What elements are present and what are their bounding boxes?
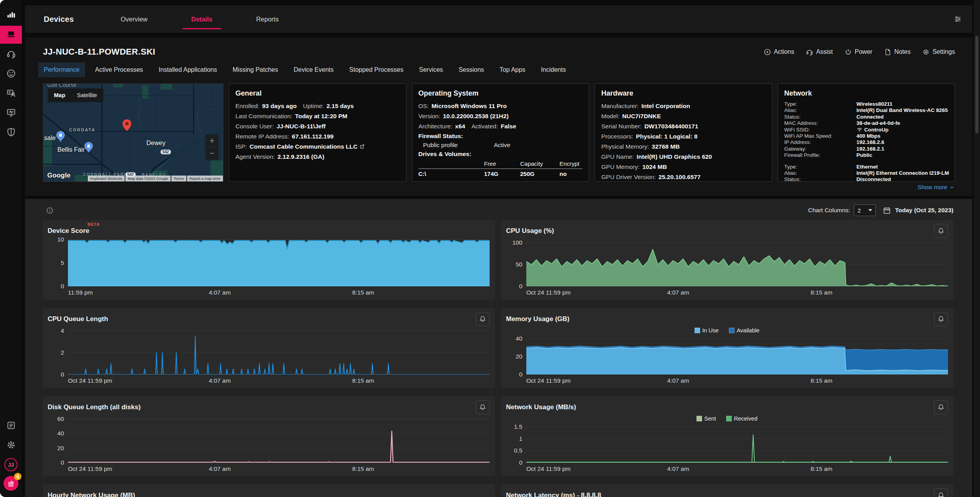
chart-title: CPU Usage (%): [506, 227, 554, 234]
alert-bell-button[interactable]: [934, 400, 948, 414]
x-axis: 11:59 pm4:07 am8:15 am: [68, 286, 490, 297]
field-label: Console User:: [235, 123, 274, 130]
device-location-map[interactable]: Map Satellite Golf CourseCORDATAsaleBell…: [43, 83, 223, 182]
subtab-installed-applications[interactable]: Installed Applications: [153, 62, 222, 77]
y-tick-label: 10: [57, 236, 64, 243]
subtab-stopped-processes[interactable]: Stopped Processes: [344, 62, 409, 77]
y-tick-label: 0: [61, 459, 64, 466]
field-label: Alias:: [784, 107, 857, 114]
subtab-device-events[interactable]: Device Events: [288, 62, 339, 77]
y-tick-label: 0.5: [514, 447, 522, 454]
field-value: ControUp: [857, 127, 889, 133]
notes-button[interactable]: Notes: [884, 48, 911, 56]
chart-head: BETADevice Score: [48, 224, 490, 235]
customize-icon[interactable]: [953, 15, 962, 23]
nav-tab-overview[interactable]: Overview: [112, 5, 156, 33]
wifi-icon: [857, 127, 862, 133]
actions-button[interactable]: Actions: [764, 48, 794, 56]
assist-button[interactable]: Assist: [806, 48, 833, 56]
drives-cell: 250G: [520, 169, 559, 178]
alert-bell-button[interactable]: [934, 224, 948, 238]
zoom-in-button[interactable]: +: [206, 135, 218, 147]
settings-label: Settings: [932, 48, 955, 55]
sidebar-item-remote-support[interactable]: [0, 46, 22, 63]
sidebar-item-settings[interactable]: [0, 437, 22, 454]
map-attribution-link[interactable]: Terms: [171, 176, 186, 181]
chart-card-memory-usage-gb: Memory Usage (GB)In UseAvailable40200Oct…: [501, 308, 953, 388]
chart-columns-select[interactable]: 2: [854, 204, 876, 216]
sidebar-item-security[interactable]: [0, 124, 22, 141]
shopping-pin-icon[interactable]: [83, 142, 94, 155]
drives-cell: C:\: [419, 169, 484, 178]
sidebar-item-devices[interactable]: [0, 26, 22, 44]
map-attribution-link[interactable]: Keyboard shortcuts: [88, 176, 125, 181]
field-value: NUC7i7DNKE: [622, 113, 661, 119]
external-link-icon[interactable]: [358, 143, 365, 150]
map-attribution-link[interactable]: Report a map error: [187, 176, 223, 181]
user-avatar[interactable]: JJ: [4, 458, 18, 471]
show-more-link[interactable]: Show more: [918, 184, 954, 190]
device-location-pin-icon[interactable]: [120, 118, 134, 134]
map-zoom-controls: + −: [206, 135, 218, 160]
subtab-sessions[interactable]: Sessions: [453, 62, 490, 77]
gear-icon: [6, 440, 16, 451]
monitor-pulse-icon: [6, 108, 16, 119]
alert-bell-button[interactable]: [476, 312, 490, 326]
field-value: Intel(R) Dual Band Wireless-AC 8265: [857, 107, 948, 114]
legend-swatch: [695, 328, 700, 333]
beta-tag: BETA: [87, 222, 100, 227]
alert-bell-button[interactable]: [476, 400, 490, 414]
sidebar-item-monitoring[interactable]: [0, 105, 22, 122]
scrollbar-thumb[interactable]: [975, 36, 978, 133]
subtab-top-apps[interactable]: Top Apps: [494, 62, 531, 77]
plot: [68, 236, 490, 286]
field-label: Enrolled:: [235, 103, 259, 109]
sidebar-item-activity-log[interactable]: [0, 417, 22, 435]
chart-head: Network Usage (MB/s): [506, 400, 948, 414]
shopping-pin-icon[interactable]: [55, 131, 66, 144]
power-button[interactable]: Power: [845, 48, 872, 56]
subtab-active-processes[interactable]: Active Processes: [90, 62, 149, 77]
subtab-incidents[interactable]: Incidents: [535, 62, 571, 77]
subtab-services[interactable]: Services: [413, 62, 448, 77]
map-attribution-link[interactable]: Map data ©2023 Google: [125, 176, 171, 181]
sidebar-item-ticketing[interactable]: [0, 85, 22, 102]
field-label: Agent Version:: [235, 153, 275, 160]
x-tick-label: Oct 24 11:59 pm: [68, 465, 112, 472]
nav-tab-details[interactable]: Details: [183, 5, 221, 33]
subtab-performance[interactable]: Performance: [38, 62, 85, 77]
network-row: Type:Wireless80211: [784, 101, 949, 107]
chart-columns-value: 2: [857, 207, 861, 214]
field-value: Ethernet: [857, 164, 878, 170]
network-row: Alias:Intel(R) Ethernet Connection I219-…: [784, 170, 949, 176]
calendar-icon[interactable]: [883, 206, 891, 215]
alert-bell-button[interactable]: [934, 312, 948, 326]
date-range-label[interactable]: Today (Oct 25, 2023): [895, 207, 953, 214]
brand-logo[interactable]: 8: [4, 476, 18, 491]
field-label: Model:: [601, 113, 620, 119]
satellite-button[interactable]: Satellite: [71, 89, 103, 102]
field-label: IP Address:: [784, 139, 857, 146]
chart-title: Memory Usage (GB): [506, 315, 569, 323]
headset-icon: [806, 48, 813, 56]
field-label: MAC Address:: [784, 120, 857, 126]
field-value: JJ-NUC-B-11\Jeff: [276, 123, 326, 130]
sidebar-item-dashboard[interactable]: [0, 6, 22, 23]
zoom-out-button[interactable]: −: [206, 147, 218, 160]
map-button[interactable]: Map: [48, 89, 71, 102]
network-row: Status:Disconnected: [784, 176, 949, 182]
y-tick-label: 50: [516, 261, 522, 268]
page-scrollbar[interactable]: [974, 0, 980, 497]
field-label: GPU Name:: [601, 153, 634, 160]
chart-card-network-usage-mb-s: Network Usage (MB/s)SentReceived1.510.50…: [501, 396, 953, 476]
field-label: WiFi AP Max Speed:: [784, 133, 857, 139]
subtab-missing-patches[interactable]: Missing Patches: [227, 62, 284, 77]
sidebar-item-satisfaction[interactable]: [0, 66, 22, 83]
settings-button[interactable]: Settings: [922, 48, 955, 56]
nav-tab-reports[interactable]: Reports: [248, 5, 287, 33]
plot: [526, 240, 948, 286]
info-icon[interactable]: [46, 207, 53, 214]
ticket-user-icon: [6, 88, 16, 99]
alert-bell-button[interactable]: [934, 488, 948, 497]
chart-title: Hourly Network Usage (MB): [48, 492, 135, 497]
